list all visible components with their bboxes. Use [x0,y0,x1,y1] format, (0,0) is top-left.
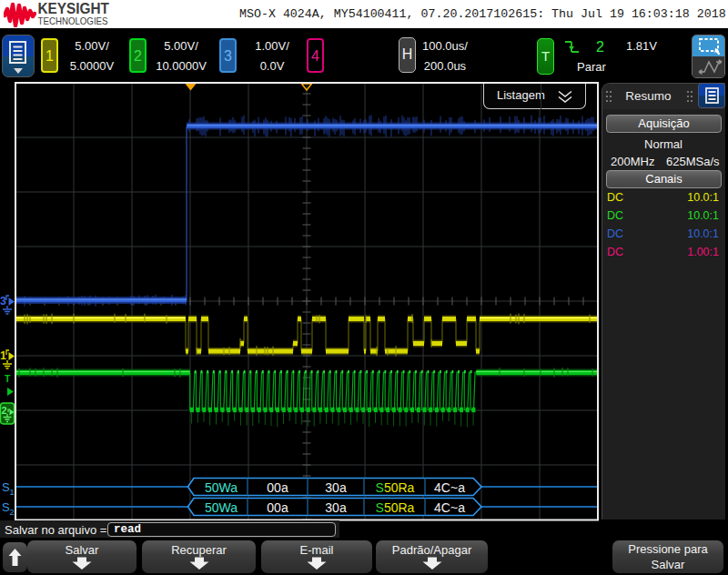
svg-text:4C~a: 4C~a [434,500,465,515]
svg-text:3: 3 [0,295,6,308]
svg-text:1: 1 [0,349,6,362]
svg-text:50Wa: 50Wa [205,480,238,495]
svg-text:S50Ra: S50Ra [376,500,415,515]
svg-text:T: T [5,373,11,384]
svg-text:00a: 00a [267,500,288,515]
svg-text:2: 2 [2,405,7,416]
svg-text:4C~a: 4C~a [434,480,465,495]
svg-text:30a: 30a [325,480,347,495]
svg-text:2: 2 [10,508,15,517]
svg-text:S50Ra: S50Ra [376,480,415,495]
svg-text:1: 1 [10,488,15,497]
svg-text:50Wa: 50Wa [205,500,238,515]
svg-text:00a: 00a [267,480,288,495]
svg-text:30a: 30a [325,500,347,515]
